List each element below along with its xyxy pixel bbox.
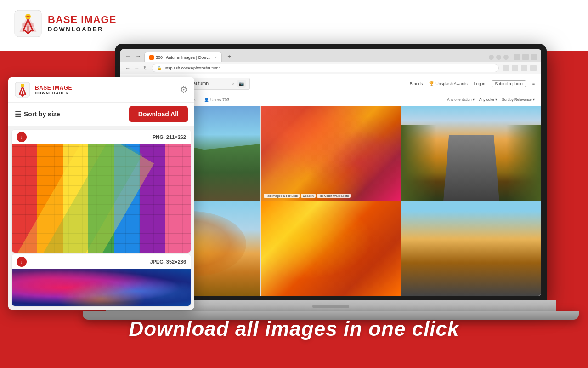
photo-cell-5[interactable] — [261, 201, 401, 296]
logo-icon — [14, 9, 42, 38]
minimize-btn[interactable] — [489, 55, 494, 60]
ext-logo-icon — [15, 82, 30, 98]
tab-users[interactable]: 👤 Users 703 — [204, 93, 229, 106]
nav-submit[interactable]: Submit a photo — [492, 80, 526, 87]
item-1-info: PNG, 211×262 — [153, 134, 186, 140]
image-item-1-header: ↓ PNG, 211×262 — [12, 130, 191, 144]
image-item-1: ↓ PNG, 211×262 — [12, 130, 191, 253]
browser-back[interactable]: ← — [124, 52, 132, 60]
laptop-notch — [312, 305, 349, 308]
maximize-btn[interactable] — [496, 55, 501, 60]
image-preview-2 — [12, 269, 191, 306]
star-icon[interactable] — [512, 65, 518, 71]
image-preview-1 — [12, 144, 191, 253]
filter-area: Any orientation ▾ Any color ▾ Sort by Re… — [447, 98, 535, 102]
main-logo: BASE IMAGE DOWNLOADER — [14, 9, 116, 38]
nav-back[interactable]: ← — [125, 65, 130, 71]
new-tab-button[interactable]: + — [224, 52, 235, 61]
address-bar-row: ← → ↻ 🔒 unsplash.com/s/photos/autumn — [120, 62, 541, 74]
url-bar[interactable]: 🔒 unsplash.com/s/photos/autumn — [152, 64, 499, 72]
browser-action-icons — [503, 65, 537, 71]
menu-btn[interactable] — [531, 54, 537, 60]
nav-refresh[interactable]: ↻ — [143, 65, 148, 71]
image-item-2-header: ↓ JPEG, 352×236 — [12, 254, 191, 269]
item-2-info: JPEG, 352×236 — [150, 259, 186, 264]
nav-login[interactable]: Log in — [474, 81, 486, 86]
svg-point-5 — [21, 84, 24, 87]
browser-tab-bar: ← → 300+ Autumn Images | Downlo... × + — [120, 49, 541, 62]
extension-panel: BASE IMAGE DOWNLOADER ⚙ ☰ Sort by size D… — [8, 77, 194, 310]
photo2-tags: Fall Images & Pictures Season HD Color W… — [264, 194, 351, 198]
smoke-bg — [12, 269, 191, 306]
browser-forward[interactable]: → — [134, 52, 142, 60]
tagline-overlay: Download all images in one click — [0, 317, 588, 340]
nav-brands[interactable]: Brands — [410, 81, 423, 86]
sort-filter[interactable]: Sort by Relevance ▾ — [502, 98, 535, 102]
window-controls — [489, 54, 537, 60]
main-logo-text: BASE IMAGE DOWNLOADER — [48, 14, 116, 32]
search-camera-icon[interactable]: 📷 — [237, 80, 246, 88]
users-label: Users 703 — [210, 98, 229, 102]
bookmark-btn[interactable] — [522, 54, 529, 60]
sort-label: Sort by size — [24, 110, 60, 118]
tab-title: 300+ Autumn Images | Downlo... — [156, 55, 211, 60]
item-1-download-btn[interactable]: ↓ — [17, 132, 27, 142]
image-list: ↓ PNG, 211×262 — [8, 126, 194, 310]
gear-button[interactable]: ⚙ — [180, 84, 188, 95]
extension-icon[interactable] — [503, 65, 509, 71]
users-icon: 👤 — [204, 98, 209, 102]
image-item-2: ↓ JPEG, 352×236 — [12, 254, 191, 306]
photo-cell-3[interactable] — [401, 106, 541, 201]
nav-more[interactable]: ≡ — [532, 81, 535, 86]
nav-awards[interactable]: 🏆 Unsplash Awards — [429, 81, 467, 86]
unsplash-nav: Brands 🏆 Unsplash Awards Log in Submit a… — [410, 80, 535, 87]
orientation-filter[interactable]: Any orientation ▾ — [447, 98, 475, 102]
photo-cell-6[interactable] — [401, 201, 541, 296]
close-btn[interactable] — [503, 55, 509, 60]
main-logo-title: BASE IMAGE — [48, 14, 116, 25]
photo-cell-2[interactable]: Fall Images & Pictures Season HD Color W… — [261, 106, 401, 201]
extension-header: BASE IMAGE DOWNLOADER ⚙ — [8, 77, 194, 103]
browser-tab-active[interactable]: 300+ Autumn Images | Downlo... × — [144, 52, 222, 62]
tagline-text: Download all images in one click — [129, 317, 459, 340]
extension-toolbar: ☰ Sort by size Download All — [8, 103, 194, 126]
brick-bg — [12, 144, 191, 253]
search-value: autumn — [193, 81, 209, 86]
tab-close-icon[interactable]: × — [215, 55, 217, 60]
main-logo-subtitle: DOWNLOADER — [48, 26, 116, 33]
ext-brand-text: BASE IMAGE DOWNLOADER — [35, 85, 72, 95]
tab-favicon — [149, 55, 154, 60]
settings-icon[interactable] — [530, 65, 537, 71]
reload-btn[interactable] — [514, 54, 520, 60]
share-icon[interactable] — [521, 65, 527, 71]
item-2-download-btn[interactable]: ↓ — [17, 257, 27, 267]
search-clear-icon[interactable]: × — [232, 81, 234, 86]
url-text: unsplash.com/s/photos/autumn — [164, 66, 221, 70]
sort-by-size-button[interactable]: ☰ Sort by size — [15, 110, 124, 119]
nav-forward[interactable]: → — [134, 65, 140, 71]
sort-icon: ☰ — [15, 110, 21, 119]
download-all-button[interactable]: Download All — [129, 106, 188, 122]
color-filter[interactable]: Any color ▾ — [479, 98, 498, 102]
